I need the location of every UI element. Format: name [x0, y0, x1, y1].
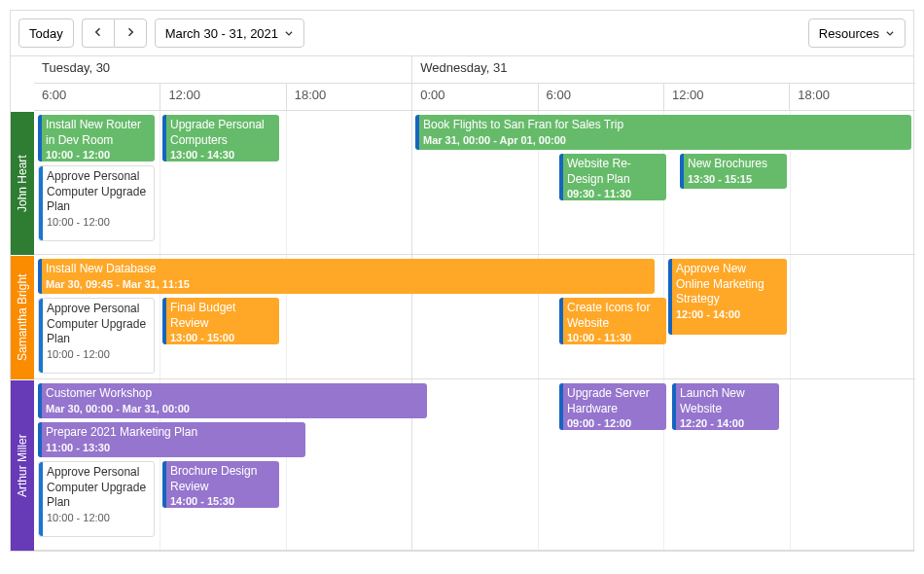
appointment-title: Customer Workshop: [46, 386, 421, 402]
appointment[interactable]: Upgrade Personal Computers 13:00 - 14:30: [162, 115, 279, 161]
appointment-stripe: [559, 298, 563, 344]
appointment-stripe: [39, 166, 43, 240]
appointment-time: 12:20 - 14:00: [680, 416, 773, 430]
appointment-stripe: [415, 115, 419, 150]
appointment-title: Prepare 2021 Marketing Plan: [46, 425, 300, 441]
appointment[interactable]: Launch New Website 12:20 - 14:00: [672, 383, 779, 430]
resource-row-john[interactable]: Install New Router in Dev Room 10:00 - 1…: [34, 111, 915, 255]
appointment[interactable]: Approve Personal Computer Upgrade Plan 1…: [38, 298, 155, 374]
appointment-title: Final Budget Review: [170, 301, 273, 331]
day-header[interactable]: Wednesday, 31: [411, 56, 915, 84]
time-slot: 18:00: [286, 84, 411, 111]
appointment-time: 10:00 - 12:00: [47, 511, 148, 524]
appointment-time: 10:00 - 12:00: [46, 148, 149, 161]
appointment-title: Approve Personal Computer Upgrade Plan: [47, 465, 148, 511]
appointment[interactable]: Final Budget Review 13:00 - 15:00: [162, 298, 279, 344]
appointment[interactable]: Install New Router in Dev Room 10:00 - 1…: [38, 115, 155, 161]
prev-button[interactable]: [82, 18, 114, 48]
appointment[interactable]: Brochure Design Review 14:00 - 15:30: [162, 461, 279, 508]
date-range-dropdown[interactable]: March 30 - 31, 2021: [155, 18, 304, 48]
appointment[interactable]: New Brochures 13:30 - 15:15: [680, 154, 787, 189]
scheduler-body: John Heart Samantha Bright Arthur Miller…: [11, 56, 913, 551]
appointment-title: New Brochures: [688, 157, 781, 172]
appointment-stripe: [162, 298, 166, 344]
appointment[interactable]: Customer Workshop Mar 30, 00:00 - Mar 31…: [38, 383, 427, 418]
chevron-left-icon: [92, 26, 104, 41]
day-header-row: Tuesday, 30 Wednesday, 31: [34, 56, 915, 84]
appointment-time: 13:00 - 14:30: [170, 148, 273, 161]
appointment-time: 13:00 - 15:00: [170, 331, 273, 344]
chevron-right-icon: [124, 26, 136, 41]
appointment-title: Website Re-Design Plan: [567, 157, 660, 187]
appointment-title: Create Icons for Website: [567, 301, 660, 331]
appointment-stripe: [680, 154, 684, 189]
time-slot: 12:00: [663, 84, 789, 111]
appointment-time: Mar 31, 00:00 - Apr 01, 00:00: [423, 133, 906, 147]
today-label: Today: [29, 26, 63, 41]
toolbar: Today March 30 - 31, 2021 Resources: [11, 11, 913, 56]
appointment-time: 13:30 - 15:15: [688, 172, 781, 186]
appointment[interactable]: Prepare 2021 Marketing Plan 11:00 - 13:3…: [38, 422, 305, 457]
appointment-title: Approve Personal Computer Upgrade Plan: [47, 302, 148, 347]
appointment[interactable]: Upgrade Server Hardware 09:00 - 12:00: [559, 383, 666, 430]
appointment-time: 10:00 - 12:00: [47, 215, 148, 229]
scheduler: Today March 30 - 31, 2021 Resources: [10, 10, 914, 552]
resource-label-john[interactable]: John Heart: [11, 111, 34, 255]
appointment-stripe: [559, 154, 563, 200]
appointment-time: 12:00 - 14:00: [676, 307, 781, 321]
appointment-time: 10:00 - 11:30: [567, 331, 660, 344]
appointment-title: Approve New Online Marketing Strategy: [676, 262, 781, 307]
appointment-title: Upgrade Personal Computers: [170, 118, 273, 148]
today-button[interactable]: Today: [18, 18, 74, 48]
time-slot: 0:00: [411, 84, 537, 111]
appointment-stripe: [39, 299, 43, 373]
resources-label: Resources: [819, 26, 879, 41]
appointment-time: Mar 30, 09:45 - Mar 31, 11:15: [46, 277, 649, 291]
appointment-title: Launch New Website: [680, 386, 773, 416]
time-header-row: 6:00 12:00 18:00 0:00 6:00 12:00 18:00: [34, 84, 915, 111]
appointment-title: Brochure Design Review: [170, 464, 273, 494]
appointment-time: 14:00 - 15:30: [170, 494, 273, 508]
chevron-down-icon: [284, 26, 294, 41]
resources-dropdown[interactable]: Resources: [808, 18, 906, 48]
appointment-stripe: [559, 383, 563, 430]
appointment[interactable]: Approve New Online Marketing Strategy 12…: [668, 259, 787, 335]
appointment-stripe: [39, 462, 43, 536]
appointment-title: Upgrade Server Hardware: [567, 386, 660, 416]
resource-label-samantha[interactable]: Samantha Bright: [11, 255, 34, 379]
resource-label-arthur[interactable]: Arthur Miller: [11, 379, 34, 551]
appointment-time: 10:00 - 12:00: [47, 347, 148, 361]
appointment-time: 09:30 - 11:30: [567, 187, 660, 200]
appointment-title: Book Flights to San Fran for Sales Trip: [423, 118, 906, 133]
appointment-time: 09:00 - 12:00: [567, 416, 660, 430]
appointment-time: Mar 30, 00:00 - Mar 31, 00:00: [46, 402, 421, 415]
appointment-stripe: [672, 383, 676, 430]
appointment-title: Approve Personal Computer Upgrade Plan: [47, 169, 148, 215]
appointment-title: Install New Database: [46, 262, 649, 277]
appointment[interactable]: Approve Personal Computer Upgrade Plan 1…: [38, 461, 155, 537]
appointment[interactable]: Approve Personal Computer Upgrade Plan 1…: [38, 165, 155, 241]
appointment-stripe: [668, 259, 672, 335]
appointment[interactable]: Website Re-Design Plan 09:30 - 11:30: [559, 154, 666, 200]
appointment[interactable]: Book Flights to San Fran for Sales Trip …: [415, 115, 911, 150]
appointment-time: 11:00 - 13:30: [46, 441, 300, 454]
resource-spacer: [11, 56, 34, 111]
appointment-stripe: [38, 259, 42, 294]
resource-axis: John Heart Samantha Bright Arthur Miller: [11, 56, 34, 551]
appointment[interactable]: Install New Database Mar 30, 09:45 - Mar…: [38, 259, 655, 294]
time-slot: 18:00: [789, 84, 914, 111]
date-range-label: March 30 - 31, 2021: [165, 26, 278, 41]
appointment-stripe: [162, 115, 166, 161]
appointment[interactable]: Create Icons for Website 10:00 - 11:30: [559, 298, 666, 344]
resource-row-samantha[interactable]: Install New Database Mar 30, 09:45 - Mar…: [34, 255, 915, 379]
next-button[interactable]: [114, 18, 147, 48]
resource-row-arthur[interactable]: Customer Workshop Mar 30, 00:00 - Mar 31…: [34, 379, 915, 551]
grid-area: Tuesday, 30 Wednesday, 31 6:00 12:00 18:…: [34, 56, 915, 551]
appointment-stripe: [38, 383, 42, 418]
nav-button-group: [82, 18, 147, 48]
time-slot: 6:00: [538, 84, 663, 111]
time-slot: 12:00: [160, 84, 285, 111]
day-header[interactable]: Tuesday, 30: [34, 56, 411, 84]
chevron-down-icon: [885, 26, 895, 41]
appointment-stripe: [38, 115, 42, 161]
